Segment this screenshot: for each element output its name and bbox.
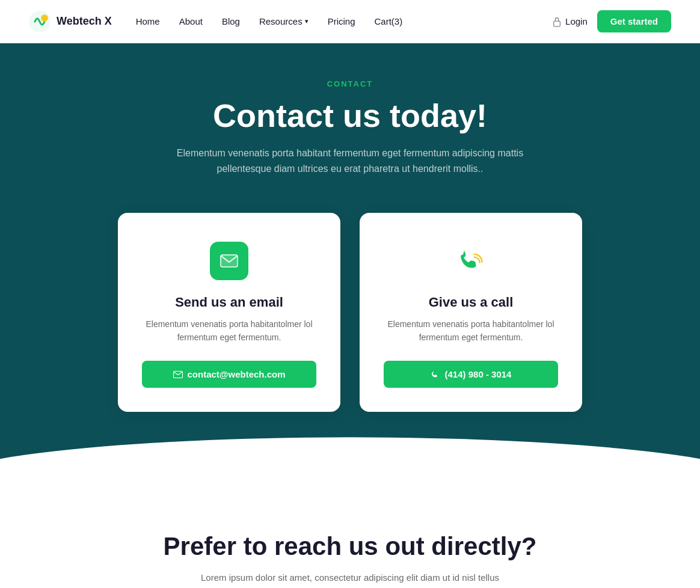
hero-title: Contact us today! (29, 98, 671, 133)
get-started-button[interactable]: Get started (597, 10, 671, 32)
navbar-right: Login Get started (552, 10, 671, 32)
lock-icon (552, 16, 562, 27)
svg-rect-4 (221, 255, 238, 267)
nav-resources[interactable]: Resources ▾ (259, 16, 309, 26)
nav-pricing[interactable]: Pricing (328, 16, 355, 26)
btn-envelope-icon (173, 370, 183, 379)
bottom-title: Prefer to reach us out directly? (29, 532, 671, 561)
nav-links: Home About Blog Resources ▾ Pricing Cart… (136, 16, 402, 27)
svg-point-2 (42, 16, 47, 20)
nav-about[interactable]: About (179, 16, 203, 26)
phone-card: Give us a call Elementum venenatis porta… (360, 213, 582, 412)
email-button[interactable]: contact@webtech.com (142, 361, 316, 388)
chevron-down-icon: ▾ (305, 17, 309, 25)
bottom-section: Prefer to reach us out directly? Lorem i… (0, 484, 700, 588)
nav-cart[interactable]: Cart(3) (375, 16, 403, 26)
hero-description: Elementum venenatis porta habitant ferme… (176, 145, 524, 176)
nav-home[interactable]: Home (136, 16, 160, 26)
email-card-title: Send us an email (175, 295, 283, 310)
phone-button[interactable]: (414) 980 - 3014 (384, 361, 558, 388)
navbar: Webtech X Home About Blog Resources ▾ Pr… (0, 0, 700, 43)
hero-section: CONTACT Contact us today! Elementum vene… (0, 43, 700, 484)
email-icon-wrap (210, 242, 248, 280)
logo-icon (29, 11, 51, 32)
cards-wrapper: Send us an email Elementum venenatis por… (29, 213, 671, 412)
email-card-desc: Elementum venenatis porta habitantolmer … (142, 317, 316, 345)
navbar-left: Webtech X Home About Blog Resources ▾ Pr… (29, 11, 402, 32)
phone-card-desc: Elementum venenatis porta habitantolmer … (384, 317, 558, 345)
contact-label: CONTACT (29, 79, 671, 88)
btn-phone-icon (431, 370, 440, 379)
phone-icon (456, 247, 485, 275)
nav-blog[interactable]: Blog (222, 16, 240, 26)
login-button[interactable]: Login (552, 16, 588, 27)
phone-card-title: Give us a call (429, 295, 514, 310)
bottom-description: Lorem ipsum dolor sit amet, consectetur … (194, 571, 506, 588)
phone-icon-wrap (452, 242, 490, 280)
svg-rect-3 (554, 21, 560, 26)
logo-link[interactable]: Webtech X (29, 11, 112, 32)
envelope-icon (220, 252, 238, 270)
brand-name: Webtech X (57, 15, 112, 28)
email-card: Send us an email Elementum venenatis por… (118, 213, 340, 412)
